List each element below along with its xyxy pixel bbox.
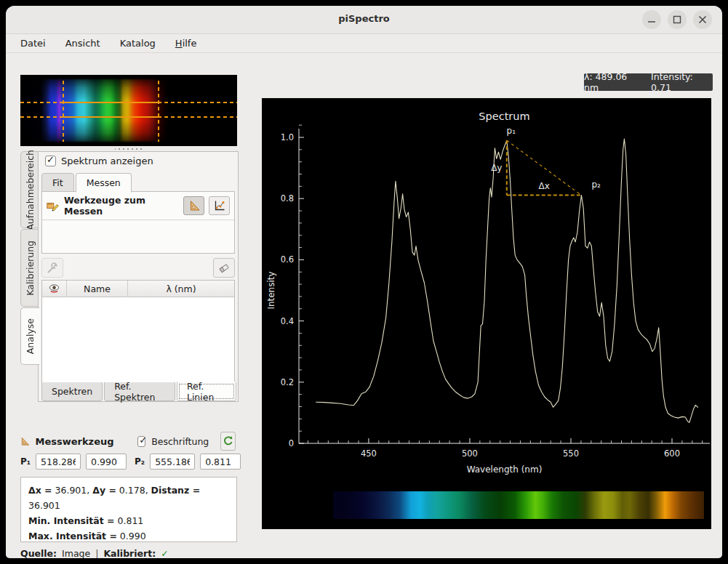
svg-text:p₁: p₁: [507, 126, 516, 136]
max-intensity-line: Max. Intensität = 0.990: [28, 528, 229, 544]
name-column-label: Name: [84, 283, 111, 294]
menu-katalog[interactable]: Katalog: [120, 38, 156, 49]
set-square-icon: [188, 200, 200, 212]
calibrated-label: Kalibriert:: [103, 548, 156, 558]
svg-text:0.2: 0.2: [281, 377, 294, 387]
spectrum-colorbar: [333, 491, 704, 519]
min-intensity-label: Min. Intensität =: [28, 515, 115, 526]
menu-ansicht[interactable]: Ansicht: [65, 38, 100, 49]
clear-eraser-button[interactable]: [213, 258, 235, 278]
show-spectrum-checkbox[interactable]: [45, 156, 56, 166]
calibrated-check-icon: ✓: [161, 548, 168, 558]
p1-wavelength-field[interactable]: [36, 454, 81, 470]
tools-header-row: Werkzeuge zum Messen: [42, 192, 234, 220]
dx-value: 36.901,: [52, 485, 93, 496]
tab-spektren[interactable]: Spektren: [41, 382, 103, 401]
sidebar-tab-aufnahmebereich-label: Aufnahmebereich: [25, 150, 36, 230]
edit-tool-button[interactable]: [41, 258, 63, 278]
show-spectrum-row: Spektrum anzeigen: [45, 156, 153, 166]
source-value: Image: [62, 548, 90, 558]
maximize-button[interactable]: [668, 10, 687, 29]
readout-intensity: Intensity: 0.71: [651, 71, 713, 93]
upper-row-guide-solid: [63, 102, 159, 103]
tab-fit-label: Fit: [52, 177, 63, 188]
status-separator: |: [95, 548, 98, 558]
plot-points-tool-button[interactable]: [209, 196, 230, 215]
chart-points-icon: [214, 200, 225, 212]
sidebar-tab-kalibrierung-label: Kalibrierung: [25, 241, 36, 296]
svg-text:0.4: 0.4: [281, 316, 294, 326]
tab-spektren-label: Spektren: [52, 386, 92, 397]
spectrum-chart[interactable]: 00.20.40.60.81.0450500550600p₁p₂ΔyΔxSpec…: [262, 98, 711, 529]
tab-ref-linien-label: Ref. Linien: [187, 381, 226, 403]
sidebar-tab-analyse[interactable]: Analyse: [20, 307, 40, 365]
distanz-label: Distanz =: [151, 485, 201, 496]
sidebar-tab-aufnahmebereich[interactable]: Aufnahmebereich: [20, 151, 39, 228]
visibility-column-header[interactable]: [42, 281, 67, 297]
minimize-icon: [647, 15, 656, 24]
p1-label: P₁: [20, 456, 31, 467]
table-toolbar: [41, 258, 235, 277]
p2-intensity-field[interactable]: [200, 454, 241, 470]
distanz-value: 36.901: [28, 500, 60, 511]
measure-points-row: P₁ P₂: [20, 454, 239, 470]
minimize-button[interactable]: [642, 10, 661, 29]
close-icon: [698, 15, 707, 24]
cursor-readout: λ: 489.06 nm Intensity: 0.71: [584, 73, 713, 91]
tool-tabbar: Fit Messen: [41, 173, 133, 193]
ref-lines-table-header: Name λ (nm): [42, 281, 234, 297]
ref-lines-table[interactable]: Name λ (nm): [41, 280, 235, 383]
p2-label: P₂: [135, 456, 145, 467]
measure-tool-header: Messwerkzeug Beschriftung: [20, 432, 237, 450]
min-intensity-line: Min. Intensität = 0.811: [28, 513, 229, 528]
svg-text:1.0: 1.0: [281, 132, 294, 142]
screen: piSpectro Datei Ansicht Katalog Hilfe: [0, 0, 728, 564]
show-spectrum-label: Spektrum anzeigen: [61, 156, 153, 166]
refresh-icon: [223, 435, 234, 447]
tab-messen[interactable]: Messen: [76, 173, 132, 193]
eraser-icon: [218, 262, 230, 274]
delta-line: Δx = 36.901, Δy = 0.178, Distanz = 36.90…: [28, 483, 229, 513]
menu-hilfe[interactable]: Hilfe: [175, 38, 197, 49]
wavelength-column-header[interactable]: λ (nm): [128, 281, 234, 297]
max-intensity-label: Max. Intensität =: [28, 531, 117, 541]
svg-text:0.8: 0.8: [281, 193, 294, 204]
p1-intensity-field[interactable]: [86, 454, 127, 470]
tab-ref-linien[interactable]: Ref. Linien: [177, 382, 236, 401]
tab-ref-spektren[interactable]: Ref. Spektren: [104, 382, 175, 401]
left-column-guide-line[interactable]: [63, 81, 64, 142]
sidebar-tab-kalibrierung[interactable]: Kalibrierung: [20, 229, 39, 307]
menu-datei[interactable]: Datei: [20, 38, 46, 49]
source-label: Quelle:: [20, 548, 57, 558]
window-controls: [642, 10, 712, 29]
tab-messen-label: Messen: [87, 177, 121, 188]
measure-triangle-tool-button[interactable]: [183, 196, 204, 215]
svg-text:0: 0: [289, 438, 294, 448]
tab-fit[interactable]: Fit: [41, 173, 74, 193]
maximize-icon: [673, 15, 681, 24]
splitter-handle[interactable]: [115, 148, 144, 150]
menubar: Datei Ansicht Katalog Hilfe: [6, 34, 722, 53]
svg-text:Intensity: Intensity: [266, 271, 276, 309]
messen-tab-content: Werkzeuge zum Messen: [41, 191, 235, 254]
svg-text:450: 450: [361, 448, 377, 459]
beschriftung-label: Beschriftung: [151, 436, 209, 447]
dy-label: Δy =: [92, 485, 116, 496]
refresh-button[interactable]: [220, 432, 236, 451]
tools-header-label: Werkzeuge zum Messen: [64, 195, 179, 217]
app-window: piSpectro Datei Ansicht Katalog Hilfe: [6, 6, 722, 558]
spectrum-preview-image[interactable]: [20, 75, 237, 146]
ruler-pencil-icon: [47, 200, 60, 212]
right-column-guide-line[interactable]: [158, 81, 159, 142]
ref-lines-table-body[interactable]: [42, 297, 234, 383]
close-button[interactable]: [693, 10, 712, 29]
svg-text:600: 600: [664, 448, 680, 459]
name-column-header[interactable]: Name: [67, 281, 128, 297]
dy-value: 0.178,: [116, 485, 151, 496]
tab-ref-spektren-label: Ref. Spektren: [114, 381, 165, 403]
window-title: piSpectro: [6, 13, 722, 24]
p2-wavelength-field[interactable]: [150, 454, 195, 470]
spectrum-preview-shade: [20, 75, 237, 146]
statusbar: Quelle: Image | Kalibriert: ✓: [20, 548, 169, 558]
beschriftung-checkbox[interactable]: [137, 436, 145, 447]
